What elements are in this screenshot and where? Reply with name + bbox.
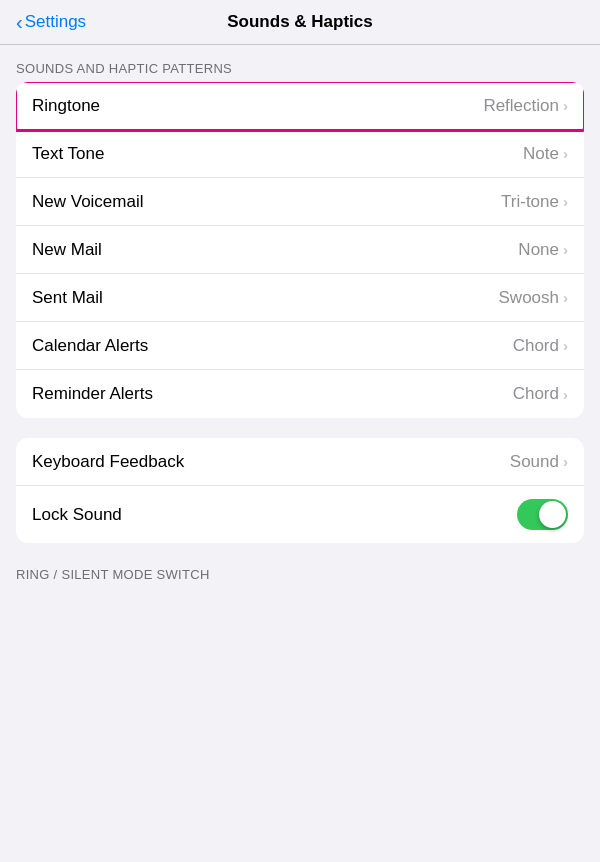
- reminder-alerts-value: Chord ›: [513, 384, 568, 404]
- ringtone-row[interactable]: Ringtone Reflection ›: [16, 82, 584, 130]
- sent-mail-chevron-icon: ›: [563, 289, 568, 306]
- new-mail-chevron-icon: ›: [563, 241, 568, 258]
- calendar-alerts-chevron-icon: ›: [563, 337, 568, 354]
- calendar-alerts-value-text: Chord: [513, 336, 559, 356]
- back-button[interactable]: ‹ Settings: [16, 12, 86, 32]
- reminder-alerts-chevron-icon: ›: [563, 386, 568, 403]
- reminder-alerts-row[interactable]: Reminder Alerts Chord ›: [16, 370, 584, 418]
- sent-mail-row[interactable]: Sent Mail Swoosh ›: [16, 274, 584, 322]
- ringtone-chevron-icon: ›: [563, 97, 568, 114]
- calendar-alerts-row[interactable]: Calendar Alerts Chord ›: [16, 322, 584, 370]
- text-tone-chevron-icon: ›: [563, 145, 568, 162]
- calendar-alerts-label: Calendar Alerts: [32, 336, 148, 356]
- keyboard-feedback-chevron-icon: ›: [563, 453, 568, 470]
- new-voicemail-label: New Voicemail: [32, 192, 144, 212]
- new-voicemail-chevron-icon: ›: [563, 193, 568, 210]
- new-mail-value: None ›: [518, 240, 568, 260]
- new-mail-value-text: None: [518, 240, 559, 260]
- new-voicemail-value-text: Tri-tone: [501, 192, 559, 212]
- sent-mail-label: Sent Mail: [32, 288, 103, 308]
- reminder-alerts-value-text: Chord: [513, 384, 559, 404]
- header: ‹ Settings Sounds & Haptics: [0, 0, 600, 45]
- reminder-alerts-label: Reminder Alerts: [32, 384, 153, 404]
- text-tone-label: Text Tone: [32, 144, 104, 164]
- toggle-knob: [539, 501, 566, 528]
- lock-sound-toggle-container: [517, 499, 568, 530]
- new-voicemail-value: Tri-tone ›: [501, 192, 568, 212]
- sounds-haptic-group: Ringtone Reflection › Text Tone Note › N…: [16, 82, 584, 418]
- sounds-section-label: SOUNDS AND HAPTIC PATTERNS: [0, 45, 600, 82]
- back-label: Settings: [25, 12, 86, 32]
- keyboard-feedback-value-text: Sound: [510, 452, 559, 472]
- text-tone-value-text: Note: [523, 144, 559, 164]
- page-title: Sounds & Haptics: [227, 12, 372, 32]
- back-chevron-icon: ‹: [16, 12, 23, 32]
- keyboard-feedback-row[interactable]: Keyboard Feedback Sound ›: [16, 438, 584, 486]
- new-voicemail-row[interactable]: New Voicemail Tri-tone ›: [16, 178, 584, 226]
- lock-sound-toggle[interactable]: [517, 499, 568, 530]
- text-tone-row[interactable]: Text Tone Note ›: [16, 130, 584, 178]
- ringtone-value: Reflection ›: [483, 96, 568, 116]
- calendar-alerts-value: Chord ›: [513, 336, 568, 356]
- lock-sound-row: Lock Sound: [16, 486, 584, 543]
- keyboard-feedback-value: Sound ›: [510, 452, 568, 472]
- text-tone-value: Note ›: [523, 144, 568, 164]
- feedback-group: Keyboard Feedback Sound › Lock Sound: [16, 438, 584, 543]
- ring-silent-section-label: RING / SILENT MODE SWITCH: [0, 563, 600, 582]
- sent-mail-value: Swoosh ›: [499, 288, 568, 308]
- ringtone-value-text: Reflection: [483, 96, 559, 116]
- keyboard-feedback-label: Keyboard Feedback: [32, 452, 184, 472]
- new-mail-row[interactable]: New Mail None ›: [16, 226, 584, 274]
- sent-mail-value-text: Swoosh: [499, 288, 559, 308]
- new-mail-label: New Mail: [32, 240, 102, 260]
- lock-sound-label: Lock Sound: [32, 505, 122, 525]
- ringtone-label: Ringtone: [32, 96, 100, 116]
